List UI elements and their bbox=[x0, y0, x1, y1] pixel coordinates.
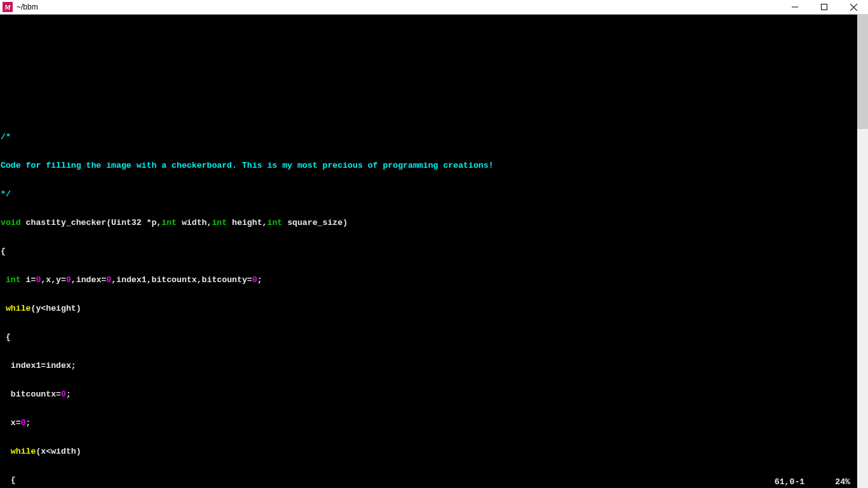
code-text: i= bbox=[21, 275, 36, 285]
code-text: chastity_checker(Uint32 *p, bbox=[21, 218, 162, 227]
code-text: height, bbox=[227, 218, 267, 227]
number: 0 bbox=[21, 418, 26, 428]
cursor-position: 61,0-1 bbox=[775, 477, 804, 487]
code-text: square_size) bbox=[282, 218, 348, 227]
comment: */ bbox=[1, 189, 11, 199]
scrollbar-thumb[interactable] bbox=[857, 15, 868, 129]
window-titlebar: M ~/bbm bbox=[0, 0, 868, 15]
terminal-viewport[interactable]: /* Code for filling the image with a che… bbox=[0, 15, 868, 488]
keyword-while: while bbox=[1, 304, 31, 313]
code-text: x= bbox=[1, 418, 21, 428]
titlebar-left: M ~/bbm bbox=[0, 2, 38, 12]
code-text: ; bbox=[66, 390, 71, 399]
window-title: ~/bbm bbox=[17, 3, 38, 11]
keyword-int: int bbox=[267, 218, 282, 227]
comment: Code for filling the image with a checke… bbox=[1, 161, 494, 170]
window-controls bbox=[780, 0, 868, 14]
number: 0 bbox=[106, 275, 111, 285]
code-content: /* Code for filling the image with a che… bbox=[1, 113, 494, 488]
keyword-int: int bbox=[212, 218, 227, 227]
scrollbar-track[interactable] bbox=[857, 15, 868, 488]
keyword-void: void bbox=[1, 218, 21, 227]
number: 0 bbox=[252, 275, 257, 285]
brace: { bbox=[1, 247, 6, 256]
code-text: width, bbox=[177, 218, 212, 227]
code-text: ,x,y= bbox=[41, 275, 66, 285]
code-text: (x<width) bbox=[36, 447, 81, 456]
code-text: ; bbox=[26, 418, 31, 428]
code-text: bitcountx= bbox=[1, 390, 61, 399]
app-icon: M bbox=[3, 2, 13, 12]
keyword-int: int bbox=[161, 218, 177, 227]
minimize-button[interactable] bbox=[780, 0, 810, 14]
number: 0 bbox=[66, 275, 71, 285]
code-text: ; bbox=[257, 275, 262, 285]
keyword-while: while bbox=[1, 447, 36, 456]
brace: { bbox=[1, 332, 11, 342]
svg-rect-1 bbox=[822, 4, 827, 10]
keyword-int: int bbox=[1, 275, 21, 285]
code-text: ,index1,bitcountx,bitcounty= bbox=[111, 275, 252, 285]
maximize-button[interactable] bbox=[810, 0, 839, 14]
close-button[interactable] bbox=[839, 0, 868, 14]
code-text: index1=index; bbox=[1, 361, 76, 370]
number: 0 bbox=[61, 390, 66, 399]
code-text: (y<height) bbox=[31, 304, 81, 313]
comment: /* bbox=[1, 132, 11, 142]
code-text: ,index= bbox=[71, 275, 106, 285]
vim-status-line: 61,0-1 24% bbox=[0, 477, 868, 487]
scroll-percent: 24% bbox=[835, 477, 850, 487]
